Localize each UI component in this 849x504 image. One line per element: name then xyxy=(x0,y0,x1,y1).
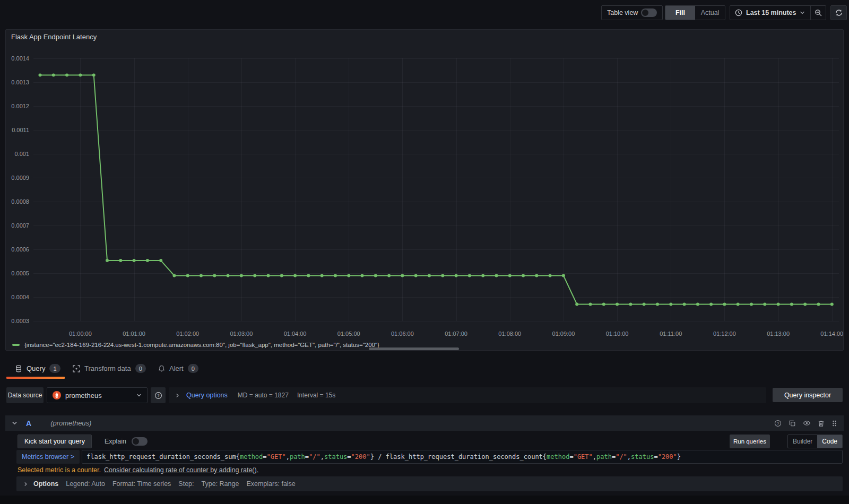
drag-handle-icon[interactable] xyxy=(831,420,837,427)
tab-query[interactable]: Query 1 xyxy=(15,364,60,373)
svg-text:0.0006: 0.0006 xyxy=(11,246,29,253)
query-options-interval: Interval = 15s xyxy=(297,392,335,399)
datasource-value: prometheus xyxy=(65,392,102,399)
promql-expression-input[interactable]: flask_http_request_duration_seconds_sum{… xyxy=(82,450,843,464)
svg-text:0.0014: 0.0014 xyxy=(11,55,29,62)
tab-alert[interactable]: Alert 0 xyxy=(158,364,198,373)
tab-alert-count-badge: 0 xyxy=(188,364,198,373)
options-label: Options xyxy=(33,480,58,488)
svg-text:01:01:00: 01:01:00 xyxy=(123,331,145,337)
svg-text:0.0007: 0.0007 xyxy=(11,222,29,229)
query-options-md: MD = auto = 1827 xyxy=(238,392,289,399)
time-picker-group: Last 15 minutes xyxy=(730,5,826,20)
chevron-down-icon[interactable] xyxy=(12,420,18,426)
svg-text:0.0005: 0.0005 xyxy=(11,270,29,276)
latency-chart: 0.00030.00040.00050.00060.00070.00080.00… xyxy=(6,30,843,350)
explain-label: Explain xyxy=(105,438,126,445)
chart-grid-vertical xyxy=(81,58,833,321)
svg-text:0.0011: 0.0011 xyxy=(12,127,29,133)
tab-transform-label: Transform data xyxy=(84,364,131,372)
explain-toggle[interactable] xyxy=(132,437,148,446)
legend-item[interactable]: {instance="ec2-184-169-216-224.us-west-1… xyxy=(12,342,379,348)
query-inspector-button[interactable]: Query inspector xyxy=(773,388,843,402)
svg-text:01:09:00: 01:09:00 xyxy=(552,331,575,337)
warning-link[interactable]: Consider calculating rate of counter by … xyxy=(104,466,258,474)
toggle-knob xyxy=(133,438,139,445)
eye-icon[interactable] xyxy=(803,419,811,427)
query-row-header[interactable]: A (prometheus) ? xyxy=(5,415,844,431)
fill-button[interactable]: Fill xyxy=(665,6,695,20)
refresh-button[interactable] xyxy=(830,5,847,20)
query-datasource-hint: (prometheus) xyxy=(50,419,91,427)
table-view-toggle[interactable] xyxy=(641,8,657,17)
svg-text:0.0009: 0.0009 xyxy=(11,175,29,181)
tab-transform-data[interactable]: Transform data 0 xyxy=(73,364,146,373)
svg-text:01:13:00: 01:13:00 xyxy=(767,331,790,337)
svg-text:0.001: 0.001 xyxy=(14,151,29,157)
question-circle-icon: ? xyxy=(154,392,162,399)
time-range-label: Last 15 minutes xyxy=(746,9,796,16)
datasource-select[interactable]: prometheus xyxy=(47,387,148,403)
svg-text:?: ? xyxy=(157,393,160,398)
horizontal-scrollbar[interactable] xyxy=(369,347,459,350)
time-range-picker[interactable]: Last 15 minutes xyxy=(730,6,810,20)
chevron-down-icon xyxy=(136,393,142,398)
expression-row: Metrics browser > flask_http_request_dur… xyxy=(16,450,843,464)
duplicate-query-icon[interactable] xyxy=(789,420,796,427)
svg-text:0.0004: 0.0004 xyxy=(11,294,29,300)
tab-query-count-badge: 1 xyxy=(49,364,60,373)
datasource-label: Data source xyxy=(6,387,44,403)
active-tab-indicator xyxy=(6,377,65,379)
metrics-browser-button[interactable]: Metrics browser > xyxy=(16,450,80,464)
chevron-right-icon[interactable] xyxy=(175,393,180,398)
legend-label: {instance="ec2-184-169-216-224.us-west-1… xyxy=(24,342,379,348)
svg-text:01:10:00: 01:10:00 xyxy=(606,331,629,337)
builder-button[interactable]: Builder xyxy=(788,435,817,448)
svg-text:01:05:00: 01:05:00 xyxy=(337,331,360,337)
series-color-marker xyxy=(12,344,20,346)
datasource-help-button[interactable]: ? xyxy=(151,387,166,403)
trash-icon[interactable] xyxy=(818,420,825,427)
svg-text:?: ? xyxy=(777,421,779,425)
svg-text:01:06:00: 01:06:00 xyxy=(391,331,414,337)
bell-icon xyxy=(158,365,165,372)
chevron-right-icon[interactable] xyxy=(23,482,28,486)
svg-text:01:02:00: 01:02:00 xyxy=(176,331,199,337)
tab-alert-label: Alert xyxy=(169,364,184,372)
options-type: Type: Range xyxy=(202,480,239,488)
bottom-strip xyxy=(0,496,849,504)
query-editor-toolbar: Kick start your query Explain Run querie… xyxy=(18,435,843,448)
svg-text:01:08:00: 01:08:00 xyxy=(498,331,521,337)
svg-text:01:11:00: 01:11:00 xyxy=(660,331,682,337)
options-exemplars: Exemplars: false xyxy=(246,480,295,488)
chevron-down-icon xyxy=(800,10,805,15)
x-axis-labels: 01:00:0001:01:0001:02:0001:03:0001:04:00… xyxy=(69,331,843,337)
options-step: Step: xyxy=(178,480,194,488)
query-options-row: Query options MD = auto = 1827 Interval … xyxy=(169,387,766,403)
options-legend: Legend: Auto xyxy=(66,480,105,488)
tab-query-label: Query xyxy=(27,364,45,372)
svg-text:0.0008: 0.0008 xyxy=(11,198,29,205)
kick-start-query-button[interactable]: Kick start your query xyxy=(18,435,92,448)
svg-text:0.0012: 0.0012 xyxy=(11,103,29,109)
svg-text:01:00:00: 01:00:00 xyxy=(69,331,92,337)
builder-code-group: Builder Code xyxy=(787,435,843,448)
query-ref-id: A xyxy=(26,419,31,428)
info-circle-icon[interactable]: ? xyxy=(774,420,782,427)
code-button[interactable]: Code xyxy=(817,435,842,448)
svg-text:01:14:00: 01:14:00 xyxy=(820,331,843,337)
zoom-out-button[interactable] xyxy=(810,6,826,20)
counter-warning: Selected metric is a counter. Consider c… xyxy=(18,466,258,474)
run-queries-button[interactable]: Run queries xyxy=(730,435,770,448)
query-options-link[interactable]: Query options xyxy=(186,392,228,399)
query-row-actions: ? xyxy=(774,419,837,427)
actual-button[interactable]: Actual xyxy=(695,6,725,20)
series-line xyxy=(40,75,832,305)
toggle-knob xyxy=(642,10,648,16)
table-view-control: Table view xyxy=(601,5,663,20)
query-options-collapsed[interactable]: Options Legend: Auto Format: Time series… xyxy=(16,476,843,491)
svg-text:0.0013: 0.0013 xyxy=(11,79,29,85)
promql-expression: flask_http_request_duration_seconds_sum{… xyxy=(86,453,681,460)
options-format: Format: Time series xyxy=(112,480,171,488)
tab-transform-count-badge: 0 xyxy=(135,364,146,373)
